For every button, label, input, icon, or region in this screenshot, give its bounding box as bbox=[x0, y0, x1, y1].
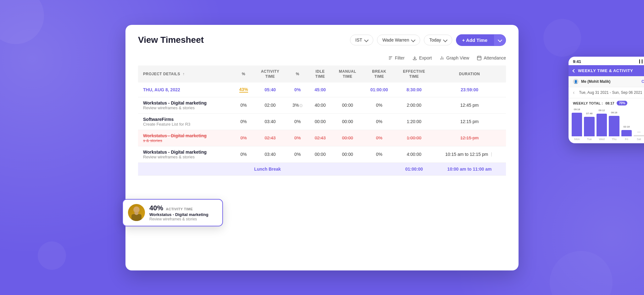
toolbar: Filter Export Graph View Attendance bbox=[138, 55, 506, 60]
weekly-total-label: WEEKLY TOTAL : bbox=[573, 101, 603, 105]
effective-time-cell: 8:30:00 bbox=[395, 82, 433, 97]
attendance-button[interactable]: Attendance bbox=[477, 55, 506, 60]
chart-icon bbox=[439, 55, 444, 60]
table-header-row: PROJECT DETAILS ↑ % ACTIVITY TIME bbox=[138, 65, 506, 82]
bar bbox=[572, 113, 582, 136]
mobile-status-bar: 9:41 ▎▎▎ ▼ ▓ bbox=[569, 57, 644, 65]
mobile-username: Me (Mohit Malik) bbox=[581, 79, 610, 84]
day-label: Sat bbox=[634, 138, 644, 141]
main-card: View Timesheet IST Wade Warren Today + A… bbox=[125, 25, 519, 270]
day-label: Fri bbox=[621, 138, 632, 141]
lunch-label: Lunch Break bbox=[138, 162, 395, 175]
date-cell: THU, AUG 8, 2022 bbox=[138, 82, 234, 97]
mobile-user-row: 👤 Me (Mohit Malik) Change bbox=[569, 76, 644, 87]
bar-value: 07:48 bbox=[586, 112, 592, 115]
header: View Timesheet IST Wade Warren Today + A… bbox=[138, 34, 506, 46]
graph-view-button[interactable]: Graph View bbox=[439, 55, 469, 60]
project-cell: Workstatus - Digital marketing Review wi… bbox=[138, 146, 234, 162]
project-cell: SoftwareFirms Create Feature List for R3 bbox=[138, 113, 234, 130]
export-icon bbox=[412, 55, 417, 60]
filter-icon bbox=[388, 55, 393, 60]
mobile-card: 9:41 ▎▎▎ ▼ ▓ WEEKLY TIME & ACTIVITY 👤 Me… bbox=[569, 57, 644, 143]
bar bbox=[597, 114, 607, 136]
day-label: Tue bbox=[584, 138, 594, 141]
col-manual-time: MANUAL TIME bbox=[332, 65, 363, 82]
idle-pct-cell: 0% bbox=[286, 82, 308, 97]
weekly-total-row: WEEKLY TOTAL : 08:17 70% bbox=[569, 98, 644, 108]
chart-bar-group: 09:12 bbox=[597, 109, 607, 136]
manual-time-cell bbox=[332, 82, 363, 97]
mobile-title: WEEKLY TIME & ACTIVITY bbox=[578, 68, 633, 73]
add-time-arrow-icon[interactable] bbox=[494, 35, 506, 46]
mobile-date-row: ‹ Tue, Aug 31 2021 - Sun, Sep 06 2021 › … bbox=[569, 87, 644, 98]
bar bbox=[609, 116, 619, 136]
table-row: Workstatus - Digital marketing Review wi… bbox=[138, 97, 506, 113]
table-row: SoftwareFirms Create Feature List for R3… bbox=[138, 113, 506, 130]
lunch-effective: 01:00:00 bbox=[395, 162, 433, 175]
user-icon: 👤 bbox=[573, 79, 579, 84]
activity-pct-cell: 43% bbox=[234, 82, 254, 97]
tooltip-card: 40% ACTIVITY TIME Workstatus - Digital m… bbox=[122, 199, 223, 226]
day-label: Mon bbox=[572, 138, 582, 141]
mobile-header: WEEKLY TIME & ACTIVITY bbox=[569, 65, 644, 76]
tooltip-task: Review wireframes & stories bbox=[149, 217, 208, 221]
period-dropdown[interactable]: Today bbox=[424, 35, 452, 45]
col-idle-pct: % bbox=[286, 65, 308, 82]
chevron-down-icon bbox=[411, 38, 415, 42]
col-activity-pct: % bbox=[234, 65, 254, 82]
day-label: Wed bbox=[597, 138, 607, 141]
mobile-chart: 09:1807:4809:1208:1802:18-------- MonTue… bbox=[569, 108, 644, 143]
bar bbox=[621, 130, 632, 136]
timezone-dropdown[interactable]: IST bbox=[350, 35, 373, 45]
page-title: View Timesheet bbox=[138, 35, 204, 45]
idle-time-cell: 45:00 bbox=[308, 82, 332, 97]
chart-bar-group: 09:18 bbox=[572, 108, 582, 136]
export-button[interactable]: Export bbox=[412, 55, 432, 60]
prev-week-button[interactable]: ‹ bbox=[573, 90, 575, 95]
bar-value: 08:18 bbox=[611, 111, 617, 114]
chevron-down-icon bbox=[498, 37, 502, 42]
col-duration: DURATION bbox=[433, 65, 506, 82]
table-row: Workstatus - Digital marketing s & stori… bbox=[138, 130, 506, 146]
duration-cell: 23:59:00 bbox=[433, 82, 506, 97]
mobile-date-range: Tue, Aug 31 2021 - Sun, Sep 06 2021 bbox=[579, 90, 642, 95]
tooltip-label: ACTIVITY TIME bbox=[166, 207, 193, 211]
weekly-total-value: 08:17 bbox=[605, 101, 614, 105]
col-effective-time: EFFECTIVE TIME bbox=[395, 65, 433, 82]
calendar-icon bbox=[477, 55, 482, 60]
col-activity-time: ACTIVITY TIME bbox=[254, 65, 287, 82]
bar-value: 09:12 bbox=[599, 109, 605, 112]
bar-value: 09:18 bbox=[574, 108, 580, 111]
avatar bbox=[128, 204, 145, 221]
table-row: Workstatus - Digital marketing Review wi… bbox=[138, 146, 506, 162]
chart-bar-group: 07:48 bbox=[584, 112, 594, 136]
back-icon[interactable] bbox=[572, 69, 576, 72]
break-time-cell: 01:00:00 bbox=[363, 82, 395, 97]
chart-day-labels: MonTueWedThuFriSatSun bbox=[572, 138, 644, 141]
filter-button[interactable]: Filter bbox=[388, 55, 405, 60]
timesheet-table: PROJECT DETAILS ↑ % ACTIVITY TIME bbox=[138, 65, 506, 176]
chart-bar-group: ---- bbox=[634, 130, 644, 136]
project-cell: Workstatus - Digital marketing s & stori… bbox=[138, 130, 234, 146]
bar bbox=[584, 117, 594, 136]
tooltip-project: Workstatus - Digital marketing bbox=[149, 212, 208, 217]
mobile-clock: 9:41 bbox=[573, 59, 581, 64]
add-time-button[interactable]: + Add Time bbox=[456, 34, 506, 46]
svg-rect-7 bbox=[477, 56, 481, 60]
weekly-pct-badge: 70% bbox=[617, 101, 627, 105]
date-row: THU, AUG 8, 2022 43% 05:40 0% 45:00 01:0… bbox=[138, 82, 506, 97]
bar-value: 02:18 bbox=[623, 125, 630, 128]
chart-bars: 09:1807:4809:1208:1802:18-------- bbox=[572, 109, 644, 138]
chevron-down-icon bbox=[443, 38, 447, 42]
chart-bar-group: 08:18 bbox=[609, 111, 619, 136]
change-user-button[interactable]: Change bbox=[641, 79, 644, 84]
user-dropdown[interactable]: Wade Warren bbox=[377, 35, 420, 45]
col-break-time: BREAK TIME bbox=[363, 65, 395, 82]
svg-rect-12 bbox=[131, 214, 142, 221]
header-controls: IST Wade Warren Today + Add Time bbox=[350, 34, 506, 46]
lunch-row: Lunch Break 01:00:00 10:00 am to 11:00 a… bbox=[138, 162, 506, 175]
activity-time-cell: 05:40 bbox=[254, 82, 287, 97]
chart-bar-group: 02:18 bbox=[621, 125, 632, 136]
lunch-duration: 10:00 am to 11:00 am bbox=[433, 162, 506, 175]
mobile-status-icons: ▎▎▎ ▼ ▓ bbox=[639, 60, 644, 64]
